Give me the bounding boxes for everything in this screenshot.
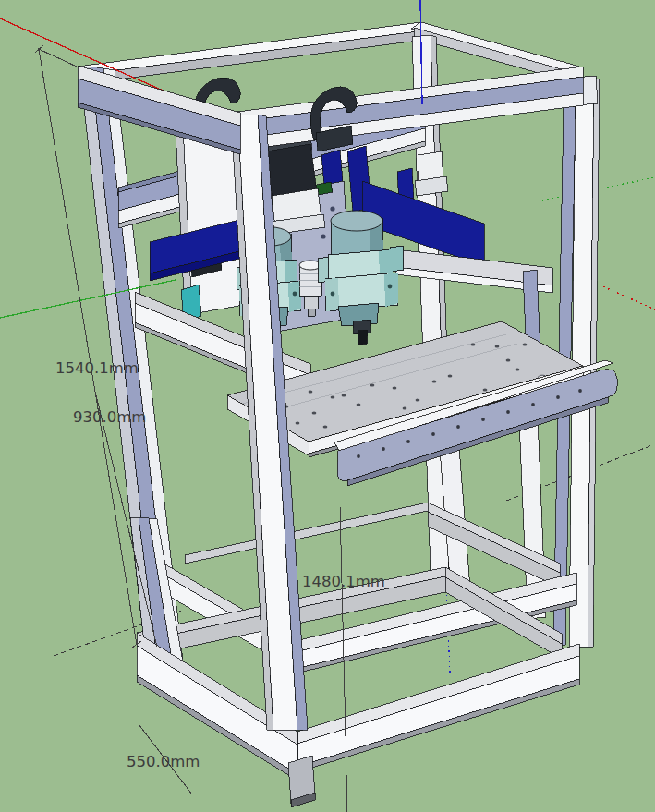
dim-label-table-height: 930.0mm <box>73 408 146 426</box>
dim-label-depth: 1480.1mm <box>302 573 385 590</box>
spindle-right-bit <box>358 330 368 345</box>
spindle-right-clamp-lower-facet-r <box>384 273 398 307</box>
tool-holder-lower <box>304 296 318 309</box>
dim-label-width: 550.0mm <box>127 753 200 770</box>
tool-holder-tip <box>308 309 315 316</box>
model-canvas[interactable]: 1540.1mm 930.0mm 1480.1mm 550.0mm <box>0 0 655 812</box>
spindle-left-clamp-upper-facet <box>285 260 297 284</box>
spindle-right-top <box>331 211 382 231</box>
dim-label-overall-height: 1540.1mm <box>55 359 139 377</box>
cad-viewport[interactable]: 1540.1mm 930.0mm 1480.1mm 550.0mm <box>0 0 655 812</box>
